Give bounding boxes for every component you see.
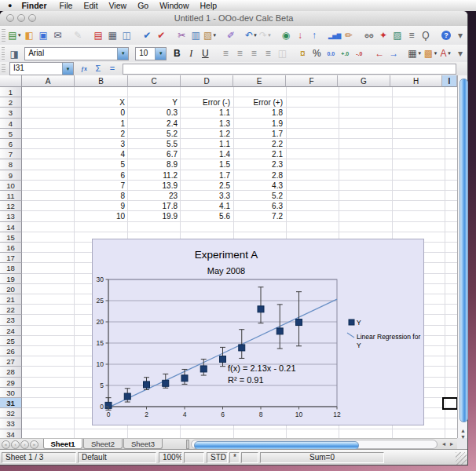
formula-bar-handle[interactable]	[2, 64, 5, 74]
export-pdf-button[interactable]: ▤	[92, 28, 104, 42]
row-header-2[interactable]: 2	[0, 97, 22, 108]
paste-dropdown[interactable]: ▼	[212, 33, 217, 38]
row-header-22[interactable]: 22	[0, 305, 22, 315]
help-button[interactable]: ?	[440, 28, 452, 42]
zoom-button[interactable]: Ϙ	[419, 28, 432, 42]
align-right-button[interactable]: ≡	[247, 46, 260, 60]
row-header-26[interactable]: 26	[0, 346, 22, 356]
column-header-C[interactable]: C	[128, 75, 181, 87]
copy-button[interactable]: ▥	[189, 28, 202, 42]
next-sheet-button[interactable]: ›	[20, 440, 29, 449]
column-header-I[interactable]: I	[442, 75, 457, 87]
data-sources-button[interactable]: ≡	[405, 28, 418, 42]
row-header-4[interactable]: 4	[0, 119, 22, 129]
format-paintbrush-button[interactable]: ✐	[225, 28, 237, 42]
gallery-button[interactable]: ▨	[391, 28, 404, 42]
number-format-currency-button[interactable]: ¤	[296, 46, 309, 60]
row-header-13[interactable]: 13	[0, 211, 22, 221]
row-header-33[interactable]: 33	[0, 418, 22, 429]
undo-dropdown[interactable]: ▼	[253, 33, 258, 38]
name-box[interactable]: I31 ▼	[9, 62, 74, 75]
row-header-11[interactable]: 11	[0, 191, 22, 201]
open-button[interactable]: ◧	[23, 28, 35, 42]
new-spreadsheet-dropdown[interactable]: ▼	[17, 33, 22, 38]
row-header-30[interactable]: 30	[0, 388, 22, 398]
row-header-3[interactable]: 3	[0, 108, 22, 118]
apple-menu-icon[interactable]: ●	[8, 2, 12, 9]
select-all-button[interactable]	[0, 75, 22, 87]
row-header-12[interactable]: 12	[0, 201, 22, 211]
row-header-1[interactable]: 1	[0, 87, 22, 97]
scroll-left-icon[interactable]: ◂	[440, 439, 448, 450]
print-button[interactable]: ▦	[106, 28, 119, 42]
row-header-7[interactable]: 7	[0, 149, 22, 159]
borders-button[interactable]: ▦▼	[408, 46, 422, 60]
styles-window-button[interactable]: ◨	[8, 47, 20, 61]
tab-split-handle[interactable]	[186, 440, 189, 449]
row-header-31[interactable]: 31	[0, 398, 22, 408]
show-draw-functions-button[interactable]: ✏	[342, 28, 355, 42]
undo-button[interactable]: ↶▼	[245, 28, 258, 42]
previous-sheet-button[interactable]: ‹	[11, 440, 20, 449]
status-selection-mode[interactable]: STD	[207, 452, 228, 463]
vertical-scrollbar-thumb[interactable]	[460, 78, 468, 422]
italic-button[interactable]: I	[185, 46, 197, 60]
row-header-6[interactable]: 6	[0, 139, 22, 149]
column-header-B[interactable]: B	[75, 75, 128, 87]
row-header-32[interactable]: 32	[0, 408, 22, 418]
sort-ascending-button[interactable]: ↓	[294, 28, 306, 42]
sort-descending-button[interactable]: ↑	[308, 28, 320, 42]
formula-input[interactable]	[123, 64, 456, 75]
row-header-10[interactable]: 10	[0, 181, 22, 191]
document-as-email-button[interactable]: ✉	[51, 28, 64, 42]
column-header-E[interactable]: E	[233, 75, 286, 87]
row-header-17[interactable]: 17	[0, 253, 22, 263]
row-header-20[interactable]: 20	[0, 284, 22, 294]
chevron-down-icon[interactable]: ▼	[62, 63, 73, 75]
spellcheck-button[interactable]: ✔	[141, 28, 153, 42]
status-insert-mode[interactable]	[184, 452, 204, 463]
row-header-34[interactable]: 34	[0, 429, 22, 438]
chevron-down-icon[interactable]: ▼	[155, 48, 166, 60]
page-preview-button[interactable]: ◫	[120, 28, 133, 42]
chart-object[interactable]: 024681012051015202530Experiment AMay 200…	[92, 239, 424, 425]
menu-window[interactable]: Window	[159, 1, 189, 10]
row-header-24[interactable]: 24	[0, 326, 22, 336]
menu-edit[interactable]: Edit	[83, 1, 97, 10]
row-header-5[interactable]: 5	[0, 129, 22, 139]
title-bar[interactable]: Untitled 1 - OOo-dev Calc Beta	[0, 11, 467, 27]
toolbar-overflow-2-button[interactable]: ▾	[454, 46, 467, 60]
number-format-add-decimal-button[interactable]: +.0	[339, 46, 351, 60]
row-header-16[interactable]: 16	[0, 243, 22, 253]
row-header-21[interactable]: 21	[0, 294, 22, 305]
number-format-delete-decimal-button[interactable]: -.0	[353, 46, 365, 60]
background-color-dropdown[interactable]: ▼	[433, 51, 438, 56]
function-wizard-button[interactable]: ƒx	[78, 62, 90, 76]
autospellcheck-button[interactable]: ✔	[155, 28, 167, 42]
find-replace-button[interactable]: ⊙⊙	[363, 28, 375, 42]
active-cell-cursor[interactable]	[442, 397, 457, 410]
merge-cells-button[interactable]: ◫	[276, 46, 288, 60]
horizontal-scrollbar-thumb[interactable]	[194, 441, 359, 450]
font-color-dropdown[interactable]: ▼	[446, 51, 452, 56]
row-header-14[interactable]: 14	[0, 222, 22, 232]
row-header-28[interactable]: 28	[0, 367, 22, 377]
row-header-8[interactable]: 8	[0, 159, 22, 170]
navigator-button[interactable]: ✦	[377, 28, 390, 42]
align-justified-button[interactable]: ≡	[262, 46, 274, 60]
edit-file-button[interactable]: ✎	[71, 28, 84, 42]
row-header-18[interactable]: 18	[0, 263, 22, 273]
font-name-combobox[interactable]: Arial ▼	[24, 47, 129, 60]
tab-sheet3[interactable]: Sheet3	[123, 439, 163, 449]
new-spreadsheet-button[interactable]: ▤▼	[9, 28, 22, 42]
menu-go[interactable]: Go	[137, 1, 148, 10]
column-header-G[interactable]: G	[338, 75, 390, 87]
background-color-button[interactable]: ▩▼	[424, 46, 438, 60]
menu-help[interactable]: Help	[200, 1, 218, 10]
number-format-standard-button[interactable]: 0.0	[324, 46, 337, 60]
save-button[interactable]: ▣	[37, 28, 49, 42]
status-modified-flag[interactable]: *	[229, 452, 240, 463]
status-zoom-level[interactable]: 100%	[159, 452, 182, 463]
toolbar-overflow-button[interactable]: ▾	[454, 28, 467, 42]
cut-button[interactable]: ✂	[175, 28, 188, 42]
